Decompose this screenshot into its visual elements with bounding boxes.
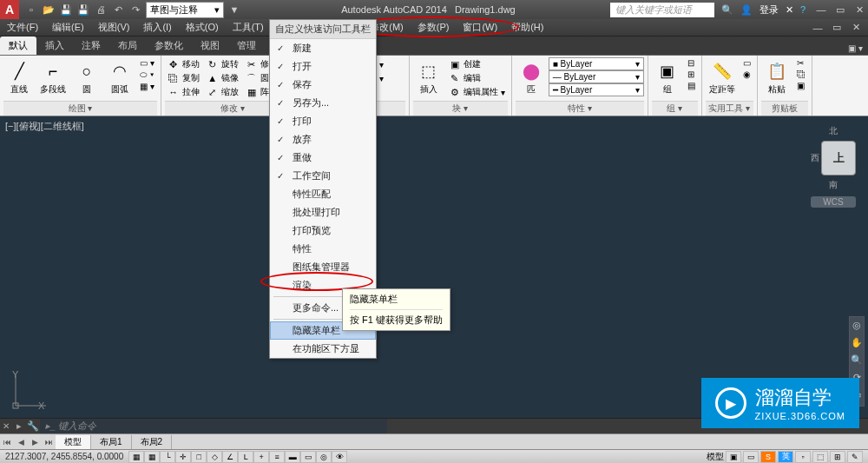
edit-attrib-button[interactable]: ⚙编辑属性 ▾ xyxy=(446,85,508,99)
viewport-label[interactable]: [−][俯视][二维线框] xyxy=(5,120,84,133)
dropdown-item-11[interactable]: 特性 xyxy=(270,240,376,258)
menu-insert[interactable]: 插入(I) xyxy=(136,19,178,36)
polyline-button[interactable]: ⌐多段线 xyxy=(36,57,69,97)
menu-window[interactable]: 窗口(W) xyxy=(456,19,504,36)
tab-param[interactable]: 参数化 xyxy=(146,36,192,55)
dropdown-item-9[interactable]: 批处理打印 xyxy=(270,203,376,222)
help-icon[interactable]: ? xyxy=(800,4,806,15)
ungroup-icon[interactable]: ⊟ xyxy=(685,57,698,69)
doc-close-button[interactable]: ✕ xyxy=(847,21,865,35)
group-edit-icon[interactable]: ⊞ xyxy=(685,69,698,80)
qat-redo-icon[interactable]: ↷ xyxy=(128,3,142,17)
qat-dropdown-icon[interactable]: ▼ xyxy=(227,3,241,17)
tab-default[interactable]: 默认 xyxy=(0,36,36,55)
tab-model[interactable]: 模型 xyxy=(56,435,91,449)
linetype-combo[interactable]: — ByLayer▾ xyxy=(549,70,644,83)
dropdown-item-10[interactable]: 打印预览 xyxy=(270,222,376,240)
status-icon-3[interactable]: S xyxy=(760,451,776,463)
sc-toggle[interactable]: ◎ xyxy=(316,451,332,463)
dropdown-item-6[interactable]: ✓重做 xyxy=(270,149,376,167)
status-icon-1[interactable]: ▣ xyxy=(726,451,741,463)
command-input[interactable]: ▸_ 键入命令 xyxy=(40,419,387,433)
status-icon-7[interactable]: ⊞ xyxy=(830,451,845,463)
app-icon[interactable]: A xyxy=(0,0,19,19)
group-toggle-icon[interactable]: ▤ xyxy=(685,80,698,91)
doc-minimize-button[interactable]: — xyxy=(809,21,826,35)
group-button[interactable]: ▣组 xyxy=(652,57,683,97)
tab-view[interactable]: 视图 xyxy=(192,36,228,55)
panel-clip-title[interactable]: 剪贴板 xyxy=(761,101,808,116)
search-icon[interactable]: 🔍 xyxy=(721,4,733,16)
user-label[interactable]: 登录 xyxy=(760,3,779,17)
otrack-toggle[interactable]: ∠ xyxy=(222,451,238,463)
exchange-icon[interactable]: ✕ xyxy=(786,4,793,16)
dropdown-item-4[interactable]: ✓打印 xyxy=(270,112,376,130)
tab-nav-prev-icon[interactable]: ◀ xyxy=(14,438,28,446)
lwt-toggle[interactable]: ≡ xyxy=(269,451,285,463)
dyn-toggle[interactable]: + xyxy=(253,451,269,463)
panel-prop-title[interactable]: 特性 ▾ xyxy=(516,101,644,116)
tpy-toggle[interactable]: ▬ xyxy=(285,451,300,463)
copy-button[interactable]: ⿻复制 xyxy=(165,71,202,85)
nav-pan-icon[interactable]: ✋ xyxy=(850,337,864,351)
dropdown-item-7[interactable]: ✓工作空间 xyxy=(270,167,376,185)
mirror-button[interactable]: ▲镜像 xyxy=(204,71,241,85)
viewcube-north[interactable]: 北 xyxy=(811,125,856,137)
tab-nav-first-icon[interactable]: ⏮ xyxy=(0,438,14,446)
doc-restore-button[interactable]: ▭ xyxy=(828,21,845,35)
arc-button[interactable]: ◠圆弧 xyxy=(104,57,135,97)
viewcube-face[interactable]: 上 xyxy=(821,141,856,175)
util-icon-1[interactable]: ▭ xyxy=(740,57,753,69)
paste-button[interactable]: 📋粘贴 xyxy=(761,57,792,97)
menu-param[interactable]: 参数(P) xyxy=(411,19,457,36)
tab-layout1[interactable]: 布局1 xyxy=(91,435,132,449)
cmd-nav-icon[interactable]: ▸ xyxy=(12,420,26,432)
ortho-toggle[interactable]: └ xyxy=(160,451,175,463)
edit-block-button[interactable]: ✎编辑 xyxy=(446,71,508,85)
dropdown-item-1[interactable]: ✓打开 xyxy=(270,57,376,76)
menu-help[interactable]: 帮助(H) xyxy=(504,19,550,36)
copy-clip-icon[interactable]: ⿻ xyxy=(794,69,808,80)
util-icon-2[interactable]: ◉ xyxy=(740,69,753,80)
hatch-icon[interactable]: ▦ ▾ xyxy=(137,81,157,92)
viewcube-west[interactable]: 西 xyxy=(811,152,819,164)
menu-edit[interactable]: 编辑(E) xyxy=(45,19,91,36)
3dosnap-toggle[interactable]: ◇ xyxy=(207,451,222,463)
status-coordinates[interactable]: 2127.3007, 2455.8554, 0.0000 xyxy=(0,452,128,461)
tab-manage[interactable]: 管理 xyxy=(228,36,265,55)
cmd-close-icon[interactable]: ✕ xyxy=(0,421,12,431)
status-icon-4[interactable]: 英 xyxy=(778,451,793,463)
status-icon-5[interactable]: ▫ xyxy=(795,451,811,463)
scale-button[interactable]: ⤢缩放 xyxy=(204,85,241,99)
circle-button[interactable]: ○圆 xyxy=(71,57,102,97)
nav-wheel-icon[interactable]: ◎ xyxy=(850,320,864,334)
maximize-button[interactable]: ▭ xyxy=(832,3,849,17)
user-icon[interactable]: 👤 xyxy=(740,4,753,16)
dropdown-item-2[interactable]: ✓保存 xyxy=(270,76,376,94)
menu-file[interactable]: 文件(F) xyxy=(0,19,45,36)
minimize-button[interactable]: — xyxy=(812,3,830,17)
ribbon-extra-icon[interactable]: ▣ ▾ xyxy=(843,42,868,55)
am-toggle[interactable]: 👁 xyxy=(332,451,347,463)
dropdown-item-16[interactable]: 在功能区下方显 xyxy=(270,340,376,358)
viewcube-south[interactable]: 南 xyxy=(811,179,856,191)
measure-button[interactable]: 📏定距等 xyxy=(706,57,739,97)
match-prop-button[interactable]: ⬤匹 xyxy=(516,57,547,97)
ellipse-icon[interactable]: ⬭ ▾ xyxy=(137,69,157,81)
snap-toggle[interactable]: ▦ xyxy=(128,451,144,463)
dropdown-item-0[interactable]: ✓新建 xyxy=(270,39,376,57)
dropdown-item-12[interactable]: 图纸集管理器 xyxy=(270,258,376,276)
qat-save-icon[interactable]: 💾 xyxy=(59,3,73,17)
tab-nav-next-icon[interactable]: ▶ xyxy=(28,438,42,446)
cut-icon[interactable]: ✂ xyxy=(794,57,808,69)
line-button[interactable]: ╱直线 xyxy=(3,57,35,97)
lineweight-combo[interactable]: ━ ByLayer▾ xyxy=(549,83,644,96)
move-button[interactable]: ✥移动 xyxy=(165,57,202,71)
workspace-combo[interactable]: 草图与注释 ▾ xyxy=(146,2,224,18)
nav-zoom-icon[interactable]: 🔍 xyxy=(850,354,864,368)
qat-undo-icon[interactable]: ↶ xyxy=(111,3,125,17)
panel-util-title[interactable]: 实用工具 ▾ xyxy=(706,101,753,116)
qat-open-icon[interactable]: 📂 xyxy=(42,3,56,17)
ducs-toggle[interactable]: L xyxy=(238,451,253,463)
status-icon-6[interactable]: ⬚ xyxy=(812,451,828,463)
